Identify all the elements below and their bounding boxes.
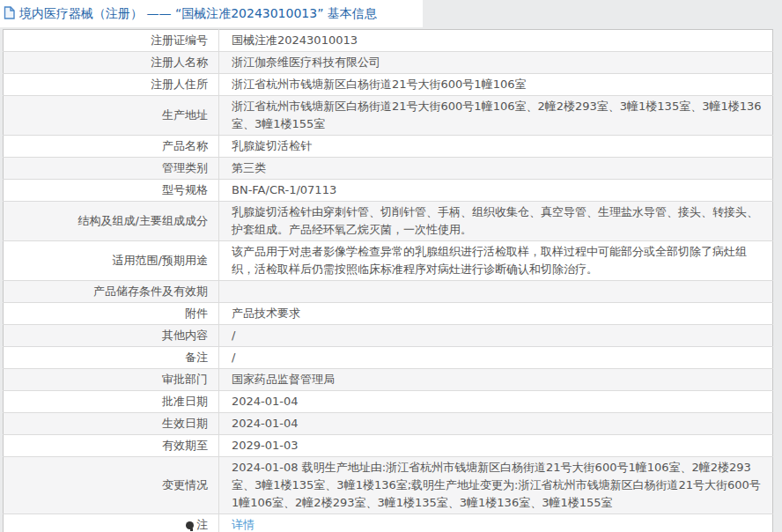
table-row: 生产地址浙江省杭州市钱塘新区白杨街道21号大街600号1幢106室、2幢2楼29… [4,96,773,136]
row-value: 乳腺旋切活检针 [219,136,773,158]
row-label: 产品储存条件及有效期 [4,281,219,303]
table-row: 附件产品技术要求 [4,303,773,325]
note-icon [186,521,194,529]
row-label: 生产地址 [4,96,219,136]
row-label: 注册人名称 [4,52,219,74]
row-value: 浙江伽奈维医疗科技有限公司 [219,52,773,74]
table-row: 注详情 [4,514,773,532]
row-value: 国家药品监督管理局 [219,369,773,391]
row-value: 浙江省杭州市钱塘新区白杨街道21号大街600号1幢106室 [219,74,773,96]
table-row: 注册证编号国械注准20243010013 [4,30,773,52]
row-value: 2024-01-04 [219,391,773,413]
table-row: 备注/ [4,347,773,369]
row-label: 适用范围/预期用途 [4,241,219,281]
row-label: 管理类别 [4,158,219,180]
table-row: 结构及组成/主要组成成分乳腺旋切活检针由穿刺针管、切削针管、手柄、组织收集仓、真… [4,202,773,241]
row-label: 型号规格 [4,180,219,202]
row-label: 生效日期 [4,413,219,435]
table-row: 审批部门国家药品监督管理局 [4,369,773,391]
row-label: 其他内容 [4,325,219,347]
row-value: 2024-01-04 [219,413,773,435]
table-row: 注册人名称浙江伽奈维医疗科技有限公司 [4,52,773,74]
row-label: 备注 [4,347,219,369]
table-row: 产品名称乳腺旋切活检针 [4,136,773,158]
row-value [219,281,773,303]
table-row: 适用范围/预期用途该产品用于对患者影像学检查异常的乳腺组织进行活检取样，取样过程… [4,241,773,281]
row-value: 2029-01-03 [219,435,773,457]
table-row: 产品储存条件及有效期 [4,281,773,303]
table-row: 型号规格BN-FA/CR-1/07113 [4,180,773,202]
table-row: 其他内容/ [4,325,773,347]
row-value: 2024-01-08 载明生产地址由:浙江省杭州市钱塘新区白杨街道21号大街60… [219,457,773,514]
row-label: 批准日期 [4,391,219,413]
table-row: 有效期至2029-01-03 [4,435,773,457]
document-icon [4,6,15,22]
row-label: 结构及组成/主要组成成分 [4,202,219,241]
row-label: 有效期至 [4,435,219,457]
row-value: 产品技术要求 [219,303,773,325]
row-label: 审批部门 [4,369,219,391]
row-value: / [219,347,773,369]
row-label: 注册证编号 [4,30,219,52]
page-title: 境内医疗器械（注册） —— “国械注准20243010013” 基本信息 [19,6,377,22]
row-value: 乳腺旋切活检针由穿刺针管、切削针管、手柄、组织收集仓、真空导管、生理盐水导管、接… [219,202,773,241]
row-label: 变更情况 [4,457,219,514]
row-value: 详情 [219,514,773,532]
row-value: 第三类 [219,158,773,180]
page-title-bar: 境内医疗器械（注册） —— “国械注准20243010013” 基本信息 [0,0,423,27]
row-label: 产品名称 [4,136,219,158]
row-value: BN-FA/CR-1/07113 [219,180,773,202]
row-label: 注 [4,514,219,532]
detail-link[interactable]: 详情 [232,518,255,531]
table-row: 注册人住所浙江省杭州市钱塘新区白杨街道21号大街600号1幢106室 [4,74,773,96]
table-row: 变更情况2024-01-08 载明生产地址由:浙江省杭州市钱塘新区白杨街道21号… [4,457,773,514]
row-value: / [219,325,773,347]
row-value: 国械注准20243010013 [219,30,773,52]
info-table-body: 注册证编号国械注准20243010013注册人名称浙江伽奈维医疗科技有限公司注册… [4,30,773,532]
row-value: 该产品用于对患者影像学检查异常的乳腺组织进行活检取样，取样过程中可能部分或全部切… [219,241,773,281]
table-row: 生效日期2024-01-04 [4,413,773,435]
table-row: 管理类别第三类 [4,158,773,180]
row-value: 浙江省杭州市钱塘新区白杨街道21号大街600号1幢106室、2幢2楼293室、3… [219,96,773,136]
row-label: 注册人住所 [4,74,219,96]
info-table: 注册证编号国械注准20243010013注册人名称浙江伽奈维医疗科技有限公司注册… [3,29,773,532]
row-label: 附件 [4,303,219,325]
table-row: 批准日期2024-01-04 [4,391,773,413]
